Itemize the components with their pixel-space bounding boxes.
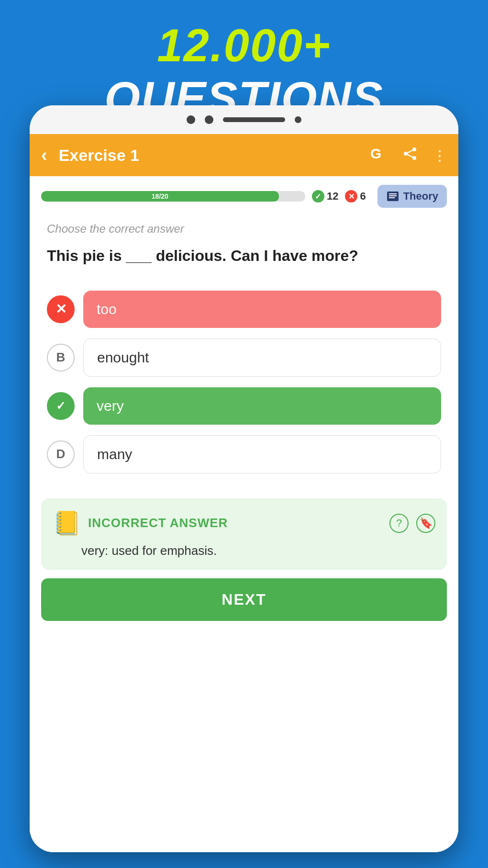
progress-bar-fill: 18/20 bbox=[41, 191, 279, 202]
correct-count: 12 bbox=[327, 190, 338, 203]
progress-area: 18/20 ✓ 12 ✕ 6 Theory bbox=[30, 176, 458, 208]
option-a[interactable]: ✕ too bbox=[47, 291, 441, 328]
content-area: Choose the correct answer This pie is __… bbox=[30, 208, 458, 498]
second-camera-dot bbox=[205, 115, 213, 124]
option-d-circle: D bbox=[47, 440, 75, 468]
incorrect-count: 6 bbox=[360, 190, 366, 203]
back-button[interactable]: ‹ bbox=[41, 145, 47, 166]
explanation-actions: ? 🔖 bbox=[389, 514, 435, 533]
theory-label: Theory bbox=[403, 190, 438, 203]
theory-button[interactable]: Theory bbox=[377, 185, 447, 208]
svg-text:G: G bbox=[370, 146, 381, 161]
incorrect-score: ✕ 6 bbox=[345, 190, 366, 203]
incorrect-icon: ✕ bbox=[345, 190, 357, 203]
option-b-box: enought bbox=[83, 338, 441, 377]
explanation-text: very: used for emphasis. bbox=[53, 543, 435, 558]
option-c-box: very bbox=[83, 387, 441, 425]
camera-dot bbox=[187, 115, 195, 124]
progress-label: 18/20 bbox=[152, 192, 168, 200]
share-icon[interactable] bbox=[403, 147, 417, 164]
option-b[interactable]: B enought bbox=[47, 338, 441, 377]
bookmark-icon[interactable]: 🔖 bbox=[416, 514, 435, 533]
option-c[interactable]: ✓ very bbox=[47, 387, 441, 425]
sensor-dot bbox=[295, 116, 301, 123]
phone-content: ‹ Exercise 1 G ⋮ bbox=[30, 134, 458, 852]
question-text: This pie is ___ delicious. Can I have mo… bbox=[47, 245, 441, 267]
option-a-box: too bbox=[83, 291, 441, 328]
option-d-box: many bbox=[83, 435, 441, 473]
option-a-circle: ✕ bbox=[47, 295, 75, 323]
main-content: Choose the correct answer This pie is __… bbox=[30, 208, 458, 852]
option-b-circle: B bbox=[47, 344, 75, 372]
translate-icon[interactable]: G bbox=[370, 145, 388, 166]
speaker-bar bbox=[223, 117, 285, 122]
phone-top-bar bbox=[30, 105, 458, 134]
instruction-text: Choose the correct answer bbox=[47, 222, 441, 236]
correct-score: ✓ 12 bbox=[312, 190, 338, 203]
phone-frame: ‹ Exercise 1 G ⋮ bbox=[30, 105, 458, 852]
option-c-circle: ✓ bbox=[47, 392, 75, 420]
book-icon: 📒 bbox=[53, 510, 81, 537]
explanation-header: 📒 INCORRECT ANSWER ? 🔖 bbox=[53, 510, 435, 537]
incorrect-label: INCORRECT ANSWER bbox=[88, 516, 383, 530]
svg-line-5 bbox=[406, 154, 414, 158]
header-number: 12.000+ bbox=[157, 20, 331, 71]
help-icon[interactable]: ? bbox=[389, 514, 409, 533]
svg-line-4 bbox=[406, 149, 414, 154]
correct-icon: ✓ bbox=[312, 190, 324, 203]
progress-bar: 18/20 bbox=[41, 191, 305, 202]
toolbar-title: Exercise 1 bbox=[59, 146, 355, 165]
next-button[interactable]: NEXT bbox=[41, 578, 447, 621]
explanation-panel: 📒 INCORRECT ANSWER ? 🔖 very: used for em… bbox=[41, 498, 447, 570]
app-toolbar: ‹ Exercise 1 G ⋮ bbox=[30, 134, 458, 176]
more-icon[interactable]: ⋮ bbox=[433, 147, 447, 164]
option-d[interactable]: D many bbox=[47, 435, 441, 473]
